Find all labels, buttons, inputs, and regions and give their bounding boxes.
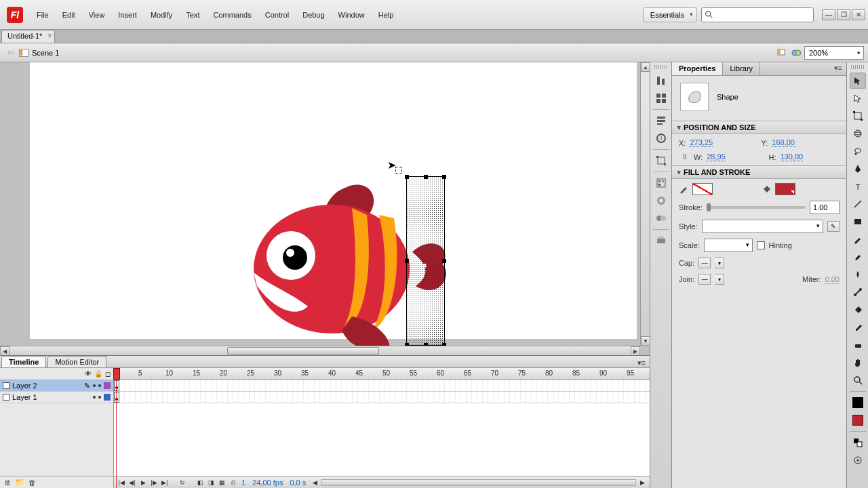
library-panel-icon[interactable]: i — [653, 130, 669, 146]
current-frame[interactable]: 1 — [241, 479, 245, 487]
eraser-tool-icon[interactable] — [850, 337, 866, 353]
x-value[interactable]: 273,25 — [690, 138, 713, 147]
goto-last-icon[interactable]: ▶| — [160, 478, 170, 487]
dock-grip[interactable] — [851, 65, 865, 69]
layer-row[interactable]: Layer 2 ✎ — [0, 380, 113, 392]
tab-library[interactable]: Library — [723, 62, 760, 75]
fps-display[interactable]: 24,00 fps — [252, 479, 283, 487]
outline-header-icon[interactable]: ◻ — [105, 370, 111, 378]
stage[interactable]: ➤ — [30, 62, 637, 339]
lock-dot[interactable] — [98, 396, 101, 399]
hinting-checkbox[interactable] — [757, 241, 765, 249]
menu-file[interactable]: File — [30, 4, 56, 26]
resize-handle[interactable] — [442, 259, 446, 263]
onion-out-icon[interactable]: ◨ — [206, 478, 216, 487]
scene-label[interactable]: Scene 1 — [32, 49, 59, 57]
y-value[interactable]: 168,00 — [772, 138, 795, 147]
new-layer-icon[interactable]: 🗎 — [3, 478, 12, 487]
scroll-left-icon[interactable]: ◀ — [310, 478, 319, 487]
stroke-color-swatch[interactable] — [692, 183, 713, 195]
layer-name[interactable]: Layer 2 — [12, 382, 81, 390]
pencil-tool-icon[interactable] — [850, 231, 866, 247]
panel-menu-icon[interactable]: ▾≡ — [830, 62, 846, 75]
scroll-down-icon[interactable]: ▼ — [641, 336, 650, 346]
delete-layer-icon[interactable]: 🗑 — [27, 478, 37, 487]
new-folder-icon[interactable]: 📁 — [15, 478, 24, 487]
selection-tool-icon[interactable] — [850, 73, 866, 89]
visibility-dot[interactable] — [93, 384, 96, 387]
menu-window[interactable]: Window — [332, 4, 372, 26]
swatches-panel-icon[interactable] — [653, 175, 669, 191]
horizontal-scrollbar[interactable]: ◀ ▶ — [0, 346, 640, 355]
onion-icon[interactable]: ◧ — [195, 478, 205, 487]
selection-rectangle[interactable] — [406, 176, 445, 346]
tab-timeline[interactable]: Timeline — [1, 356, 46, 367]
paint-bucket-tool-icon[interactable] — [850, 302, 866, 318]
artwork-fish[interactable] — [250, 178, 427, 354]
h-value[interactable]: 130,00 — [781, 152, 804, 161]
3d-rotation-tool-icon[interactable] — [850, 125, 866, 142]
zoom-select[interactable]: 200% — [804, 46, 864, 60]
layer-name[interactable]: Layer 1 — [12, 393, 90, 401]
info-panel-icon[interactable] — [653, 90, 669, 106]
lasso-tool-icon[interactable] — [850, 143, 866, 159]
visibility-dot[interactable] — [93, 396, 96, 399]
resize-handle[interactable] — [442, 175, 446, 179]
subselection-tool-icon[interactable] — [850, 90, 866, 106]
menu-debug[interactable]: Debug — [296, 4, 331, 26]
fill-color-swatch[interactable] — [775, 183, 795, 195]
scroll-right-icon[interactable]: ▶ — [637, 478, 647, 487]
lock-aspect-icon[interactable]: ⇳ — [679, 152, 690, 161]
snap-icon[interactable] — [850, 452, 866, 468]
frame-ruler[interactable]: 5101520253035404550556065707580859095100 — [114, 368, 650, 380]
resize-handle[interactable] — [405, 259, 409, 263]
pen-tool-icon[interactable] — [850, 161, 866, 177]
scene-back-icon[interactable]: ⇦ — [4, 47, 16, 59]
scale-select[interactable] — [704, 239, 753, 252]
join-menu[interactable]: ▾ — [715, 274, 724, 285]
menu-help[interactable]: Help — [372, 4, 401, 26]
minimize-button[interactable]: — — [822, 9, 835, 20]
eyedropper-tool-icon[interactable] — [850, 319, 866, 336]
stroke-slider[interactable] — [707, 206, 806, 209]
frame-row[interactable] — [114, 392, 650, 403]
text-tool-icon[interactable]: T — [850, 178, 866, 195]
menu-control[interactable]: Control — [258, 4, 296, 26]
step-fwd-icon[interactable]: |▶ — [149, 478, 159, 487]
document-tab[interactable]: Untitled-1* × — [1, 30, 55, 43]
menu-text[interactable]: Text — [179, 4, 206, 26]
align-panel-icon[interactable] — [653, 73, 669, 89]
close-tab-icon[interactable]: × — [48, 32, 52, 39]
tab-properties[interactable]: Properties — [672, 62, 723, 75]
menu-insert[interactable]: Insert — [111, 4, 144, 26]
deco-tool-icon[interactable] — [850, 266, 866, 283]
loop-icon[interactable]: ↻ — [178, 478, 187, 487]
restore-button[interactable]: ❐ — [837, 9, 850, 20]
resize-handle[interactable] — [405, 175, 409, 179]
edit-scene-icon[interactable] — [774, 45, 789, 60]
fill-color-icon[interactable] — [850, 412, 866, 428]
lock-header-icon[interactable]: 🔒 — [94, 370, 102, 378]
properties-panel-icon[interactable] — [653, 113, 669, 129]
panel-menu-icon[interactable]: ▾≡ — [633, 359, 650, 367]
hand-tool-icon[interactable] — [850, 354, 866, 371]
menu-edit[interactable]: Edit — [56, 4, 82, 26]
onion-edit-icon[interactable]: ⎙ — [228, 478, 237, 487]
workspace-switcher[interactable]: Essentials — [643, 7, 697, 22]
cap-button[interactable]: — — [698, 258, 711, 268]
motion-presets-icon[interactable] — [653, 232, 669, 249]
menu-view[interactable]: View — [82, 4, 112, 26]
scroll-right-icon[interactable]: ▶ — [631, 346, 640, 355]
menu-modify[interactable]: Modify — [144, 4, 179, 26]
step-back-icon[interactable]: ◀| — [127, 478, 137, 487]
scroll-up-icon[interactable]: ▲ — [641, 62, 650, 72]
zoom-tool-icon[interactable] — [850, 372, 866, 388]
brush-tool-icon[interactable] — [850, 249, 866, 265]
edit-style-icon[interactable]: ✎ — [827, 221, 840, 232]
edit-symbol-icon[interactable] — [789, 45, 804, 60]
dock-grip[interactable] — [654, 65, 668, 69]
frame-row[interactable] — [114, 380, 650, 392]
play-icon[interactable]: ▶ — [138, 478, 148, 487]
w-value[interactable]: 28,95 — [707, 152, 726, 161]
timeline-scrollbar[interactable] — [321, 479, 636, 486]
